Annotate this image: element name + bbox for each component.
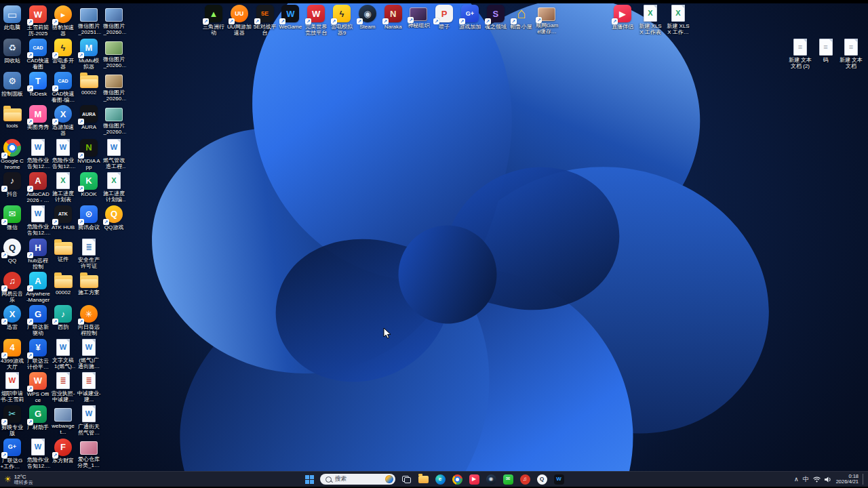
taskbar-button-netease-music-taskbar[interactable]: ♫ — [519, 473, 531, 485]
desktop-icon-meitu-xiuxiu[interactable]: M↗美图秀秀 — [26, 105, 50, 130]
desktop-icon-doc-weixian-1219[interactable]: W危险作业告知12.19 — [51, 139, 75, 169]
desktop-icon-new-txt-1[interactable]: ≡新建 文本文档 — [839, 39, 863, 69]
desktop-icon-gamepp-youxi-jiajia[interactable]: G+↗游戏加加 — [458, 5, 482, 30]
desktop-icon-new-txt-2[interactable]: ≡新建 文本文档 (2) — [788, 39, 812, 69]
taskbar-button-wechat-taskbar[interactable]: ✉ — [502, 473, 514, 485]
taskbar-button-task-view[interactable] — [400, 473, 412, 485]
desktop-icon-txt-ma[interactable]: ≡码 — [814, 39, 838, 63]
desktop-icon-shenmi-zuzhi[interactable]: ↗神秘组织 — [406, 5, 431, 28]
desktop-icon-uu-wangyou-jiasuqi[interactable]: UU↗UU网游加速器 — [227, 5, 252, 36]
desktop-icon-anywhere-manager[interactable]: A↗Anywhere-Manager — [26, 272, 50, 303]
desktop-icon-folder-shigong-fangan[interactable]: 施工方案 — [77, 272, 101, 296]
desktop-icon-qq-games[interactable]: Q↗QQ游戏 — [102, 205, 126, 230]
desktop-icon-netease-cloud-music[interactable]: ♫↗网易云音乐 — [0, 272, 24, 303]
desktop-icon-img-webwxget[interactable]: webwxget... — [51, 405, 75, 435]
desktop-icon-img-weixin-2026030b[interactable]: 微信图片_2026030... — [102, 72, 126, 102]
desktop-icon-wanmei-shijie-jingji[interactable]: W↗完美世界竞技平台 — [304, 5, 328, 36]
desktop-icon-shunwang-game-cache[interactable]: ↗顺网Game缓存系统 — [534, 5, 559, 35]
wifi-icon[interactable] — [813, 476, 821, 483]
desktop-icon-img-weixin-2025100[interactable]: 微信图片_2025100... — [77, 5, 101, 35]
desktop-icon-doc-weixian-1216[interactable]: W危险作业告知12.16 — [26, 139, 50, 169]
hidden-icons-chevron-icon[interactable]: ∧ — [794, 476, 799, 483]
desktop-icon-img-weixin-2026013[interactable]: 微信图片_2026013... — [102, 5, 126, 35]
desktop-icon-autocad-2026[interactable]: A↗AutoCAD 2026 - 简体... — [26, 172, 50, 203]
desktop-icon-aura[interactable]: AURA↗AURA — [77, 105, 101, 130]
desktop-icon-img-weixin-2026030a[interactable]: 微信图片_2026030... — [102, 39, 126, 68]
desktop-icon-doc-shigong-jindu-biao[interactable]: X施工进度计划表 — [51, 172, 75, 203]
desktop-icon-naraka[interactable]: N↗Naraka — [381, 5, 406, 30]
desktop-icon-todesk[interactable]: T↗ToDesk — [26, 72, 50, 97]
desktop-icon-glodon-xin-qudong[interactable]: G↗广联达新驱动 — [26, 305, 50, 336]
desktop-icon-doc-ranqiguan-gaizao[interactable]: W燃气管改造工程销... — [102, 139, 126, 169]
desktop-icon-new-xlsx-1[interactable]: X新建 XLSX 工作表 — [638, 5, 663, 35]
desktop-icon-doc-weixian-1217[interactable]: W危险作业告知12.17 — [26, 205, 50, 236]
desktop-icon-xunyou-jiasuqi[interactable]: X↗迅游加速器 — [51, 105, 75, 136]
desktop-icon-xunlei-thunder[interactable]: X↗迅雷 — [0, 305, 24, 330]
desktop-icon-this-pc[interactable]: ▭此电脑 — [0, 5, 24, 30]
desktop-icon-doc-anquan-xukezheng[interactable]: ≣安全生产许可证 — [77, 239, 101, 269]
desktop-icon-glodon-gplus-gws[interactable]: G+↗广联达G+工作台GWS — [0, 439, 24, 470]
desktop-icon-doc-ranqi-guangtongjie[interactable]: W(燃气)广通街施工组... — [77, 339, 101, 369]
desktop-icon-doc-zhongcheng-jianye[interactable]: ≣中诚建业-建... — [77, 372, 101, 403]
clock[interactable]: 0:18 2026/4/21 — [836, 474, 859, 485]
start-button[interactable] — [303, 473, 315, 485]
desktop-icon-leidian-duokaiqi[interactable]: ϟ↗雷电多开器 — [51, 39, 75, 70]
desktop-icon-img-aixin-cangku[interactable]: 爱心仓库分类_177289... — [77, 439, 101, 468]
desktop-icon-doc-tianranqi-guanxian[interactable]: W广通街天然气管线改... — [77, 405, 101, 436]
taskbar-button-qq-taskbar[interactable]: Q — [536, 473, 548, 485]
search-box[interactable]: 搜索 — [320, 474, 395, 485]
desktop-icon-delta-force[interactable]: ▲↗三角洲行动 — [201, 5, 226, 36]
desktop-icon-doc-wenzi-wengao-1[interactable]: W文字文稿1(燃气)广... — [51, 339, 75, 369]
desktop-icon-wps-office[interactable]: W↗WPS Office — [26, 372, 50, 403]
taskbar-button-google-chrome-taskbar[interactable] — [451, 473, 463, 485]
desktop-icon-wechat[interactable]: ✉↗微信 — [0, 205, 24, 230]
desktop-icon-jianying-pro[interactable]: ✂↗剪映专业版 — [0, 405, 24, 436]
taskbar-button-steam-taskbar[interactable]: ◉ — [485, 473, 497, 485]
desktop-icon-guangcai-zhushou[interactable]: G↗广材助手 — [26, 405, 50, 430]
desktop-icon-palu-xiaowu[interactable]: ⌂↗帕鲁小屋 — [509, 5, 534, 30]
taskbar-button-wegame-taskbar[interactable]: W — [553, 473, 565, 485]
desktop-icon-tencent-meeting[interactable]: ⊙↗腾讯会议 — [77, 205, 101, 230]
desktop-icon-leidian-emulator-9[interactable]: ϟ↗雷电模拟器9 — [330, 5, 354, 36]
desktop-icon-img-weixin-2026063[interactable]: 微信图片_2026063... — [102, 105, 126, 135]
desktop-icon-douyin[interactable]: ♪↗抖音 — [0, 172, 24, 197]
desktop-icon-sunlogin-xiangrikui[interactable]: ✳↗向日葵远程控制 — [77, 305, 101, 336]
desktop-icon-cad-kuaisu-kantu[interactable]: CAD↗CAD快速看图 — [26, 39, 50, 70]
desktop-icon-folder-zhengjian[interactable]: 证件 — [51, 239, 75, 262]
desktop-icon-control-panel[interactable]: ⚙控制面板 — [0, 72, 24, 97]
desktop-icon-cad-kantu-bianji-biaozhu[interactable]: CAD↗CAD快速看图-编辑标注 — [51, 72, 75, 103]
taskbar-button-microsoft-edge[interactable]: e — [434, 473, 446, 485]
desktop-icon-mumu-emulator[interactable]: M↗MuMu模拟器 — [77, 39, 101, 70]
desktop-icon-wangxueli-jianli-2025[interactable]: W↗王雪莉简历-2025 — [26, 5, 50, 37]
desktop-icon-glodon-yun-jijia[interactable]: ¥↗广联达云计价平台(... — [26, 339, 50, 370]
desktop-icon-qq[interactable]: Q↗QQ — [0, 239, 24, 264]
taskbar-button-file-explorer[interactable] — [417, 473, 429, 485]
desktop-icon-recycle-bin[interactable]: ♻回收站 — [0, 39, 24, 64]
desktop-icon-hunzhi-lingyu[interactable]: S↗魂之领域 — [484, 5, 508, 30]
desktop-icon-doc-yingye-zhizhao[interactable]: ≣营业执照-中诚建业(北京)... — [51, 372, 75, 403]
desktop-icon-folder-00002-b[interactable]: 00002 — [77, 72, 101, 96]
volume-icon[interactable] — [825, 476, 832, 483]
desktop-icon-zhibo-banlv[interactable]: ▶↗直播伴侣 — [610, 5, 635, 30]
desktop-icon-folder-00002[interactable]: 00002 — [51, 272, 75, 296]
show-desktop-button[interactable] — [863, 474, 865, 485]
desktop-icon-5e-duizhan-pingtai[interactable]: 5E↗5E对战平台 — [253, 5, 277, 36]
ime-indicator[interactable]: 中 — [803, 476, 809, 483]
desktop-icon-hub-remote[interactable]: H↗hub远程控制 — [26, 239, 50, 270]
desktop-icon-wegame[interactable]: W↗WeGame — [278, 5, 302, 30]
desktop-icon-xiyun[interactable]: ♪↗西韵 — [51, 305, 75, 330]
desktop-icon-4399-game-hall[interactable]: 4↗4399游戏大厅 — [0, 339, 24, 370]
desktop-icon-new-xlsx-2[interactable]: X新建 XLSX 工作表 (2) — [666, 5, 690, 35]
desktop-icon-doc-weixian-1218[interactable]: W危险作业告知12.18 — [26, 439, 50, 469]
desktop[interactable]: ▭此电脑♻回收站⚙控制面板tools↗Google Chrome♪↗抖音✉↗微信… — [0, 3, 868, 472]
desktop-icon-doc-jindu-jihua-bianzhi[interactable]: X施工进度计划编制... — [102, 172, 126, 203]
weather-widget[interactable]: ☀ 12°C 晴转多云 — [4, 473, 33, 485]
desktop-icon-penzi[interactable]: P↗喷子 — [432, 5, 456, 30]
desktop-icon-kook[interactable]: K↗KOOK — [77, 172, 101, 197]
desktop-icon-steam[interactable]: ◉↗Steam — [355, 5, 380, 30]
desktop-icon-folder-tools[interactable]: tools — [0, 105, 24, 129]
desktop-icon-google-chrome[interactable]: ↗Google Chrome — [0, 139, 24, 170]
desktop-icon-liebao-jiasuqi[interactable]: ▸↗猎豹加速器 — [51, 5, 75, 37]
desktop-icon-dongfang-caifu[interactable]: F↗东方财富 — [51, 439, 75, 464]
desktop-icon-nvidia-app[interactable]: N↗NVIDIA App — [77, 139, 101, 170]
